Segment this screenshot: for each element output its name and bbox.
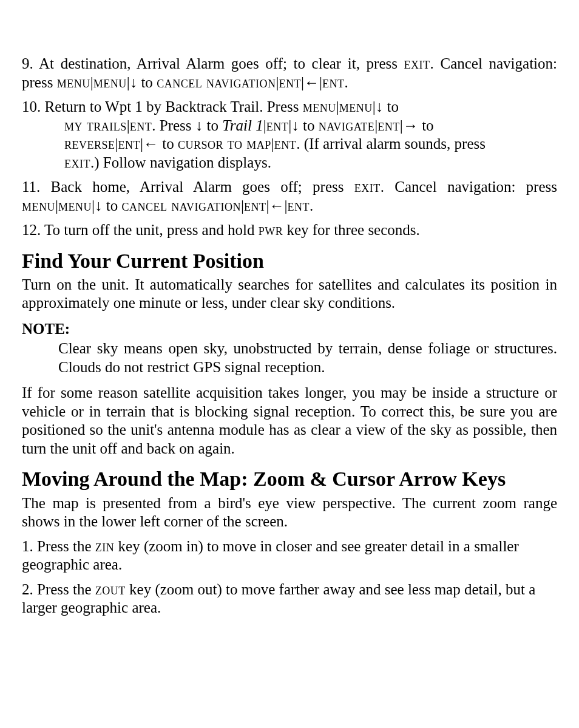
heading-moving-map: Moving Around the Map: Zoom & Cursor Arr… (22, 466, 557, 491)
arrow-left-icon: ← (269, 197, 284, 214)
key-exit: exit (404, 55, 430, 72)
key-menu: menu (339, 98, 373, 115)
key-ent: ent (279, 74, 302, 90)
label-trail-1: Trail 1 (222, 117, 263, 134)
step-10-line4: exit.) Follow navigation displays. (22, 154, 557, 172)
key-exit: exit (354, 179, 381, 195)
key-menu: menu (57, 74, 90, 90)
key-ent: ent (287, 197, 310, 214)
arrow-down-icon: ↓ (130, 74, 138, 90)
zoom-step-2: 2. Press the zout key (zoom out) to move… (22, 580, 557, 617)
key-zin: zin (95, 538, 115, 554)
arrow-right-icon: → (403, 117, 418, 134)
note-label: NOTE: (22, 320, 557, 339)
label-cursor-to-map: cursor to map (178, 135, 271, 152)
text: . (If arrival alarm sounds, press (296, 135, 486, 152)
key-ent: ent (244, 197, 266, 214)
text: 1. Press the (22, 538, 95, 554)
text: key for three seconds. (283, 222, 420, 238)
key-zout: zout (95, 581, 126, 597)
key-ent: ent (266, 117, 289, 134)
heading-find-position: Find Your Current Position (22, 248, 557, 273)
key-ent: ent (274, 135, 297, 152)
arrow-down-icon: ↓ (195, 117, 203, 134)
key-ent: ent (118, 135, 141, 152)
key-ent: ent (378, 117, 400, 134)
paragraph: If for some reason satellite acquisition… (22, 384, 557, 458)
step-11: 11. Back home, Arrival Alarm goes off; p… (22, 178, 557, 215)
label-cancel-navigation: cancel navigation (157, 74, 276, 90)
text: to (299, 117, 319, 134)
text: 11. Back home, Arrival Alarm goes off; p… (22, 179, 354, 195)
arrow-down-icon: ↓ (376, 98, 384, 115)
step-12: 12. To turn off the unit, press and hold… (22, 221, 557, 240)
step-10-line1: 10. Return to Wpt 1 by Backtrack Trail. … (22, 98, 557, 117)
step-10-line2: my trails|ent. Press ↓ to Trail 1|ent|↓ … (22, 117, 557, 135)
arrow-down-icon: ↓ (95, 197, 103, 214)
text: 9. At destination, Arrival Alarm goes of… (22, 55, 404, 72)
label-my-trails: my trails (64, 117, 127, 134)
text: 2. Press the (22, 581, 95, 597)
key-menu: menu (58, 197, 92, 214)
key-pwr: pwr (259, 222, 283, 238)
key-menu: menu (93, 74, 127, 90)
step-9: 9. At destination, Arrival Alarm goes of… (22, 55, 557, 92)
paragraph: The map is presented from a bird's eye v… (22, 494, 557, 531)
text: to (103, 197, 122, 214)
text: . (310, 197, 313, 214)
note-body: Clear sky means open sky, unobstructed b… (58, 339, 557, 376)
text: to (158, 135, 178, 152)
text: 12. To turn off the unit, press and hold (22, 222, 259, 238)
key-menu: menu (22, 197, 55, 214)
label-navigate: navigate (319, 117, 375, 134)
text: to (418, 117, 434, 134)
text: to (137, 74, 157, 90)
key-ent: ent (130, 117, 152, 134)
zoom-step-1: 1. Press the zin key (zoom in) to move i… (22, 537, 557, 574)
text: 10. Return to Wpt 1 by Backtrack Trail. … (22, 98, 303, 115)
key-ent: ent (322, 74, 345, 90)
text: . Press (152, 117, 195, 134)
text: . Cancel navigation: press (381, 179, 557, 195)
step-10: 10. Return to Wpt 1 by Backtrack Trail. … (22, 98, 557, 172)
text: to (203, 117, 222, 134)
key-exit: exit (64, 154, 90, 171)
label-cancel-navigation: cancel navigation (121, 197, 240, 214)
arrow-left-icon: ← (304, 74, 319, 90)
text: to (383, 98, 399, 115)
text: .) Follow navigation displays. (90, 154, 271, 171)
text: . (345, 74, 348, 90)
label-reverse: reverse (64, 135, 115, 152)
arrow-down-icon: ↓ (291, 117, 299, 134)
paragraph: Turn on the unit. It automatically searc… (22, 276, 557, 313)
key-menu: menu (303, 98, 336, 115)
arrow-left-icon: ← (143, 135, 158, 152)
step-10-line3: reverse|ent|← to cursor to map|ent. (If … (22, 135, 557, 154)
